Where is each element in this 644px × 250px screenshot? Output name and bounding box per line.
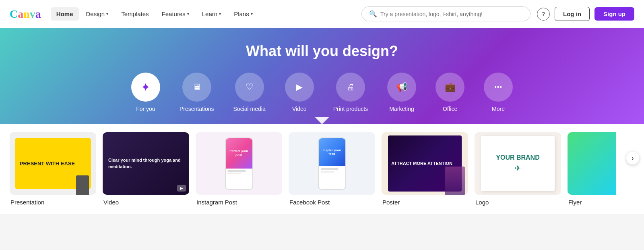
poster-preview: ATTRACT MORE ATTENTION: [388, 135, 462, 192]
poster-preview-text: ATTRACT MORE ATTENTION: [391, 161, 458, 166]
category-more[interactable]: ••• More: [484, 73, 513, 112]
canva-logo[interactable]: Canva: [10, 8, 41, 21]
briefcase-icon: 💼: [445, 82, 456, 92]
card-presentation[interactable]: PRESENT WITH EASE Presentation: [10, 132, 96, 206]
more-icon-circle: •••: [484, 73, 513, 102]
chevron-right-icon: ›: [632, 155, 634, 161]
learn-chevron-icon: ▾: [219, 12, 221, 16]
search-bar: 🔍: [361, 6, 530, 21]
plans-chevron-icon: ▾: [251, 12, 253, 16]
presentation-preview-text: PRESENT WITH EASE: [20, 160, 86, 167]
video-play-icon: ▶: [177, 185, 186, 192]
social-media-icon-circle: ♡: [235, 73, 264, 102]
presentation-thumbnail: PRESENT WITH EASE: [10, 132, 96, 195]
category-marketing[interactable]: 📢 Marketing: [387, 73, 416, 112]
office-icon-circle: 💼: [436, 73, 464, 102]
hero-banner: What will you design? ✦ For you 🖥 Presen…: [0, 28, 644, 124]
nav-right: ? Log in Sign up: [537, 7, 634, 21]
active-indicator-arrow: [16, 117, 628, 124]
search-input[interactable]: [380, 11, 523, 17]
nav-templates[interactable]: Templates: [116, 7, 154, 21]
ellipsis-icon: •••: [494, 83, 502, 91]
facebook-phone-mockup: Inspire your feed: [318, 138, 346, 190]
category-office[interactable]: 💼 Office: [436, 73, 464, 112]
video-thumbnail: Clear your mind through yoga and meditat…: [103, 132, 189, 195]
monitor-icon: 🖥: [192, 82, 201, 92]
logo-preview-text: YOUR BRAND: [496, 154, 539, 161]
search-icon: 🔍: [369, 10, 377, 18]
login-button[interactable]: Log in: [555, 7, 590, 21]
card-instagram-post[interactable]: Perfect your post Instagram Post: [196, 132, 282, 206]
instagram-thumbnail: Perfect your post: [196, 132, 282, 195]
card-video[interactable]: Clear your mind through yoga and meditat…: [103, 132, 189, 206]
flyer-thumbnail: [568, 132, 616, 195]
poster-thumbnail: ATTRACT MORE ATTENTION: [382, 132, 468, 195]
heart-icon: ♡: [246, 82, 254, 92]
facebook-caption-area: [319, 166, 345, 175]
poster-person-image: [445, 167, 465, 195]
cards-row: PRESENT WITH EASE Presentation Clear you…: [0, 124, 644, 214]
instagram-caption-area: [226, 169, 252, 176]
nav-home[interactable]: Home: [51, 7, 79, 21]
instagram-preview-text: Perfect your post: [226, 148, 252, 158]
facebook-preview-image: Inspire your feed: [319, 138, 345, 166]
video-preview-text: Clear your mind through yoga and meditat…: [108, 157, 184, 170]
design-chevron-icon: ▾: [106, 12, 108, 16]
presentations-icon-circle: 🖥: [182, 73, 211, 102]
flyer-preview: [568, 132, 616, 195]
video-label: Video: [103, 199, 189, 206]
nav-learn[interactable]: Learn ▾: [196, 7, 227, 21]
logo-paper-mockup: YOUR BRAND ✈: [481, 136, 555, 191]
presentation-label: Presentation: [10, 199, 96, 206]
marketing-icon-circle: 📢: [387, 73, 416, 102]
logo-thumbnail: YOUR BRAND ✈: [475, 132, 561, 195]
sparkle-icon: ✦: [141, 81, 150, 94]
for-you-icon-circle: ✦: [131, 73, 160, 102]
category-social-media[interactable]: ♡ Social media: [233, 73, 266, 112]
poster-label: Poster: [382, 199, 468, 206]
category-presentations[interactable]: 🖥 Presentations: [180, 73, 214, 112]
category-video[interactable]: ▶ Video: [285, 73, 314, 112]
cards-section: PRESENT WITH EASE Presentation Clear you…: [0, 124, 644, 214]
help-button[interactable]: ?: [537, 8, 550, 21]
paper-plane-icon: ✈: [514, 163, 521, 173]
facebook-preview-text: Inspire your feed: [319, 148, 345, 156]
features-chevron-icon: ▾: [187, 12, 189, 16]
nav-plans[interactable]: Plans ▾: [228, 7, 258, 21]
nav-items: Home Design ▾ Templates Features ▾ Learn…: [51, 7, 355, 21]
hero-title: What will you design?: [16, 43, 628, 60]
category-for-you[interactable]: ✦ For you: [131, 73, 160, 112]
category-row: ✦ For you 🖥 Presentations ♡ Social media…: [16, 73, 628, 112]
signup-button[interactable]: Sign up: [594, 7, 634, 21]
navbar: Canva Home Design ▾ Templates Features ▾…: [0, 0, 644, 28]
instagram-preview-image: Perfect your post: [226, 138, 252, 169]
logo-label: Logo: [475, 199, 561, 206]
card-logo[interactable]: YOUR BRAND ✈ Logo: [475, 132, 561, 206]
printer-icon: 🖨: [347, 83, 355, 92]
play-icon: ▶: [296, 82, 303, 92]
category-print-products[interactable]: 🖨 Print products: [333, 73, 368, 112]
instagram-phone-mockup: Perfect your post: [225, 138, 253, 190]
card-flyer[interactable]: Flyer: [568, 132, 616, 206]
instagram-label: Instagram Post: [196, 199, 282, 206]
megaphone-icon: 📢: [396, 82, 407, 92]
scroll-right-button[interactable]: ›: [626, 152, 639, 165]
card-facebook-post[interactable]: Inspire your feed Facebook Post: [289, 132, 375, 206]
print-icon-circle: 🖨: [336, 73, 365, 102]
person-silhouette: [76, 175, 89, 195]
nav-features[interactable]: Features ▾: [156, 7, 195, 21]
facebook-label: Facebook Post: [289, 199, 375, 206]
card-poster[interactable]: ATTRACT MORE ATTENTION Poster: [382, 132, 468, 206]
facebook-thumbnail: Inspire your feed: [289, 132, 375, 195]
nav-design[interactable]: Design ▾: [80, 7, 114, 21]
video-icon-circle: ▶: [285, 73, 314, 102]
flyer-label: Flyer: [568, 199, 616, 206]
video-preview: Clear your mind through yoga and meditat…: [103, 132, 189, 195]
